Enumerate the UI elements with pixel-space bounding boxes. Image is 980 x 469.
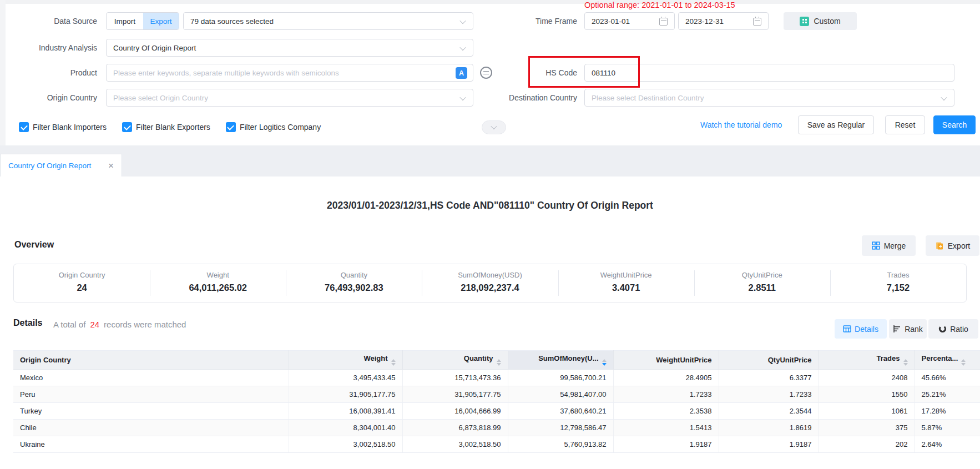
sort-icon[interactable] bbox=[961, 359, 966, 366]
checkbox-checked-icon[interactable] bbox=[226, 122, 236, 132]
destination-country-select[interactable]: Please select Destination Country bbox=[584, 89, 954, 107]
cell: 5,760,913.82 bbox=[508, 436, 613, 453]
cell: 1.8619 bbox=[719, 420, 819, 436]
column-header: Origin Country bbox=[13, 351, 289, 370]
cell: 6,873,818.99 bbox=[402, 420, 508, 436]
stat-label: WeightUnitPrice bbox=[600, 271, 652, 279]
hs-code-highlight-box bbox=[528, 56, 640, 88]
end-date-value: 2023-12-31 bbox=[685, 17, 724, 26]
cell: 2.64% bbox=[915, 436, 980, 453]
table-header-row: Origin CountryWeightQuantitySumOfMoney(U… bbox=[13, 351, 980, 370]
stat-value: 3.4071 bbox=[612, 283, 640, 293]
filter-checkbox[interactable]: Filter Logitics Company bbox=[226, 122, 321, 132]
export-button[interactable]: Export bbox=[926, 235, 979, 256]
product-label: Product bbox=[0, 64, 97, 82]
cell: 3,002,518.50 bbox=[289, 436, 402, 453]
view-ratio-button[interactable]: Ratio bbox=[928, 319, 978, 339]
checkbox-checked-icon[interactable] bbox=[122, 122, 132, 132]
cell: 12,798,586.47 bbox=[508, 420, 613, 436]
checkbox-checked-icon[interactable] bbox=[19, 122, 29, 132]
tab-country-of-origin-report[interactable]: Country Of Origin Report × bbox=[0, 154, 122, 176]
data-sources-select[interactable]: 79 data sources selected bbox=[183, 12, 473, 30]
cell: 2.3544 bbox=[719, 403, 819, 420]
cell: 2408 bbox=[819, 370, 915, 386]
search-button[interactable]: Search bbox=[933, 115, 976, 134]
overview-stat: SumOfMoney(USD) 218,092,237.4 bbox=[422, 264, 558, 302]
column-header[interactable]: Quantity bbox=[402, 351, 508, 370]
view-details-label: Details bbox=[855, 325, 878, 334]
column-header[interactable]: Trades bbox=[819, 351, 915, 370]
overview-stat: Weight 64,011,265.02 bbox=[150, 264, 286, 302]
save-as-regular-button[interactable]: Save as Regular bbox=[798, 115, 874, 134]
cell: 1.9187 bbox=[719, 436, 819, 453]
origin-country-select[interactable]: Please select Origin Country bbox=[106, 89, 473, 107]
cell: 1.5413 bbox=[613, 420, 719, 436]
table-row: Turkey16,008,391.4116,004,666.9937,680,6… bbox=[13, 403, 980, 420]
collapse-filters-button[interactable] bbox=[482, 120, 506, 134]
cell: 1.7233 bbox=[613, 386, 719, 403]
data-source-toggle: Import Export bbox=[106, 12, 179, 30]
translate-icon[interactable]: A bbox=[456, 67, 467, 79]
optional-range-text: Optional range: 2021-01-01 to 2024-03-15 bbox=[584, 1, 735, 9]
view-details-button[interactable]: Details bbox=[835, 319, 887, 339]
tutorial-link[interactable]: Watch the tutorial demo bbox=[700, 115, 782, 134]
sort-icon[interactable] bbox=[903, 359, 908, 366]
stat-label: Origin Country bbox=[59, 271, 105, 279]
export-label: Export bbox=[948, 241, 970, 250]
cell-origin-country: Ukraine bbox=[13, 436, 289, 453]
custom-grid-icon bbox=[800, 17, 809, 26]
cell: 99,586,700.21 bbox=[508, 370, 613, 386]
start-date-input[interactable]: 2023-01-01 bbox=[584, 12, 675, 30]
hs-code-input[interactable]: 081110 bbox=[584, 64, 954, 82]
column-header[interactable]: Percenta... bbox=[915, 351, 980, 370]
checkbox-label: Filter Blank Exporters bbox=[136, 123, 210, 132]
stat-label: Trades bbox=[887, 271, 909, 279]
stat-value: 24 bbox=[77, 283, 87, 293]
column-header: QtyUnitPrice bbox=[719, 351, 819, 370]
data-sources-value: 79 data sources selected bbox=[190, 17, 274, 26]
filter-checkbox[interactable]: Filter Blank Importers bbox=[19, 122, 107, 132]
industry-analysis-label: Industry Analysis bbox=[0, 39, 97, 57]
merge-button[interactable]: Merge bbox=[862, 235, 916, 256]
custom-range-button[interactable]: Custom bbox=[784, 12, 857, 30]
import-toggle[interactable]: Import bbox=[107, 13, 143, 29]
cell: 17.28% bbox=[915, 403, 980, 420]
rank-bars-icon bbox=[893, 325, 901, 333]
column-header[interactable]: SumOfMoney(U... bbox=[508, 351, 613, 370]
merge-label: Merge bbox=[884, 241, 906, 250]
overview-heading: Overview bbox=[14, 240, 54, 250]
stat-label: Quantity bbox=[341, 271, 367, 279]
view-rank-button[interactable]: Rank bbox=[889, 319, 927, 339]
cell: 5.87% bbox=[915, 420, 980, 436]
table-row: Mexico3,495,433.4515,713,473.3699,586,70… bbox=[13, 370, 980, 386]
merge-grid-icon bbox=[872, 241, 880, 250]
reset-button[interactable]: Reset bbox=[885, 115, 925, 134]
column-header[interactable]: Weight bbox=[289, 351, 402, 370]
sort-icon[interactable] bbox=[497, 359, 501, 366]
product-input[interactable]: Please enter keywords, separate multiple… bbox=[106, 64, 473, 82]
calendar-icon bbox=[659, 18, 668, 26]
industry-analysis-select[interactable]: Country Of Origin Report bbox=[106, 39, 473, 57]
checkbox-label: Filter Blank Importers bbox=[33, 123, 107, 132]
chevron-down-icon bbox=[459, 18, 466, 24]
sort-icon[interactable] bbox=[391, 359, 396, 366]
details-heading: Details bbox=[13, 318, 42, 328]
tab-title: Country Of Origin Report bbox=[8, 162, 104, 170]
end-date-input[interactable]: 2023-12-31 bbox=[678, 12, 769, 30]
chevron-down-icon bbox=[491, 123, 497, 129]
stat-label: SumOfMoney(USD) bbox=[458, 271, 522, 279]
chevron-down-icon bbox=[459, 44, 466, 51]
cell: 8,304,001.40 bbox=[289, 420, 402, 436]
cell: 3,002,518.50 bbox=[402, 436, 508, 453]
view-rank-label: Rank bbox=[905, 325, 923, 334]
sort-icon[interactable] bbox=[602, 359, 607, 366]
overview-stats: Origin Country 24 Weight 64,011,265.02 Q… bbox=[13, 264, 967, 302]
column-label: Weight bbox=[363, 354, 387, 362]
export-toggle[interactable]: Export bbox=[143, 13, 179, 29]
close-icon[interactable]: × bbox=[108, 161, 114, 170]
column-label: Percenta... bbox=[922, 354, 958, 362]
filter-checkbox[interactable]: Filter Blank Exporters bbox=[122, 122, 210, 132]
page: Data Source Import Export 79 data source… bbox=[0, 0, 980, 469]
cell-origin-country: Turkey bbox=[13, 403, 289, 420]
column-label: WeightUnitPrice bbox=[656, 356, 711, 364]
